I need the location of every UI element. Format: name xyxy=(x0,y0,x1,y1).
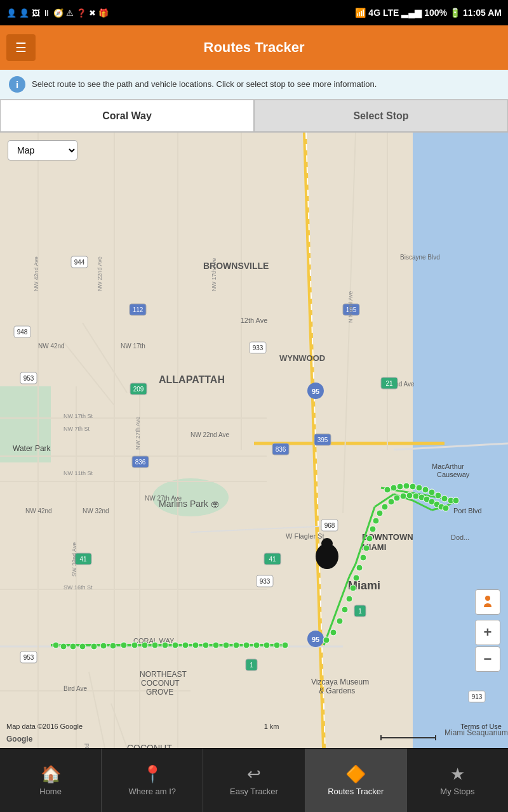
info-text: Select route to see the path and vehicle… xyxy=(32,79,377,90)
svg-point-139 xyxy=(121,642,127,648)
svg-point-156 xyxy=(323,637,330,643)
home-icon: 🏠 xyxy=(41,764,61,784)
svg-text:NW 27th Ave: NW 27th Ave xyxy=(135,417,141,450)
svg-point-163 xyxy=(356,565,363,571)
tab-select-stop[interactable]: Select Stop xyxy=(254,100,508,132)
status-bar: 👤 👤 🖼 ⏸ 🧭 ⚠ ❓ ✖ 🎁 📶 4G LTE ▂▄▆ 100% 🔋 11… xyxy=(0,0,508,25)
svg-point-185 xyxy=(403,483,410,489)
svg-text:MacArthur: MacArthur xyxy=(432,462,464,470)
svg-text:NW 42nd Ave: NW 42nd Ave xyxy=(33,256,39,291)
svg-point-184 xyxy=(397,483,403,490)
map-attribution: Map data ©2016 Google 1 km Terms of Use xyxy=(0,723,508,730)
zoom-in-button[interactable]: + xyxy=(475,620,500,645)
map-type-select[interactable]: Map Satellite Terrain xyxy=(8,140,77,160)
svg-text:41: 41 xyxy=(269,556,276,563)
svg-point-168 xyxy=(373,518,379,524)
person-icon: 👤 xyxy=(6,8,17,18)
svg-text:COCONUT: COCONUT xyxy=(127,743,172,748)
street-view-button[interactable] xyxy=(475,589,500,615)
svg-text:395: 395 xyxy=(318,436,328,443)
svg-text:& Gardens: & Gardens xyxy=(319,686,355,695)
svg-point-135 xyxy=(79,643,86,650)
svg-point-166 xyxy=(366,535,373,542)
svg-text:Dod...: Dod... xyxy=(451,534,469,541)
map-type-wrapper[interactable]: Map Satellite Terrain xyxy=(8,140,77,160)
svg-point-173 xyxy=(400,493,406,499)
hamburger-icon: ☰ xyxy=(15,40,27,55)
svg-point-132 xyxy=(53,642,59,648)
map-svg: 12th Ave NW 17th NW 42nd NW 22nd Ave W F… xyxy=(0,133,508,748)
top-bar: ☰ Routes Tracker xyxy=(0,25,508,70)
svg-point-149 xyxy=(223,642,229,648)
nav-label-where: Where am I? xyxy=(129,787,176,796)
svg-point-150 xyxy=(233,642,239,648)
nav-item-home[interactable]: 🏠 Home xyxy=(0,749,102,812)
svg-point-165 xyxy=(363,545,370,551)
svg-point-189 xyxy=(429,489,435,495)
svg-text:953: 953 xyxy=(23,654,34,661)
svg-point-182 xyxy=(384,487,391,493)
svg-text:953: 953 xyxy=(23,375,34,382)
svg-point-195 xyxy=(321,538,333,549)
svg-text:933: 933 xyxy=(253,344,264,351)
svg-point-157 xyxy=(330,629,337,636)
svg-point-133 xyxy=(60,643,67,650)
status-right: 📶 4G LTE ▂▄▆ 100% 🔋 11:05 AM xyxy=(355,8,502,18)
nav-item-easy-tracker[interactable]: ↩ Easy Tracker xyxy=(203,749,305,812)
svg-point-143 xyxy=(162,642,168,648)
nav-item-where-am-i[interactable]: 📍 Where am I? xyxy=(102,749,203,812)
svg-point-148 xyxy=(213,642,219,648)
map-container[interactable]: 12th Ave NW 17th NW 42nd NW 22nd Ave W F… xyxy=(0,133,508,748)
svg-text:NW 17th: NW 17th xyxy=(121,343,145,350)
svg-point-171 xyxy=(388,499,394,505)
svg-text:95: 95 xyxy=(312,636,319,643)
svg-point-134 xyxy=(70,643,76,650)
svg-point-154 xyxy=(274,642,280,648)
svg-point-141 xyxy=(142,642,148,648)
svg-point-152 xyxy=(253,642,260,648)
svg-point-145 xyxy=(182,642,189,648)
info-bar: i Select route to see the path and vehic… xyxy=(0,70,508,100)
svg-text:Douglas Rd: Douglas Rd xyxy=(84,743,90,748)
svg-point-175 xyxy=(413,493,419,499)
svg-text:NW 22nd Ave: NW 22nd Ave xyxy=(190,431,229,438)
svg-text:SW 16th St: SW 16th St xyxy=(64,584,93,591)
routes-icon: 🔶 xyxy=(345,764,366,784)
app-title: Routes Tracker xyxy=(204,39,305,56)
question-icon: ❓ xyxy=(76,8,86,18)
svg-point-191 xyxy=(441,495,448,502)
svg-text:ALLAPATTAH: ALLAPATTAH xyxy=(159,374,225,385)
svg-point-151 xyxy=(243,642,250,648)
terms-link[interactable]: Terms of Use xyxy=(460,723,502,730)
image-icon: 🖼 xyxy=(32,8,40,18)
svg-point-137 xyxy=(100,643,107,649)
svg-text:NW 17th Ave: NW 17th Ave xyxy=(211,258,217,291)
svg-text:836: 836 xyxy=(276,446,286,453)
svg-text:Bird Ave: Bird Ave xyxy=(64,685,87,692)
battery-icon: 🔋 xyxy=(450,8,460,18)
svg-point-155 xyxy=(282,642,288,648)
svg-point-159 xyxy=(342,606,348,613)
svg-text:Marlins Park 🏟: Marlins Park 🏟 xyxy=(159,499,220,509)
battery-label: 100% xyxy=(424,8,447,18)
tab-coral-way[interactable]: Coral Way xyxy=(0,100,254,132)
svg-point-153 xyxy=(264,642,270,648)
svg-text:NORTHEAST: NORTHEAST xyxy=(140,670,187,679)
svg-text:948: 948 xyxy=(17,329,28,336)
svg-point-187 xyxy=(416,485,422,491)
svg-text:944: 944 xyxy=(74,259,85,266)
zoom-out-button[interactable]: − xyxy=(475,646,500,672)
nav-item-routes-tracker[interactable]: 🔶 Routes Tracker xyxy=(305,749,407,812)
menu-button[interactable]: ☰ xyxy=(6,34,36,61)
refresh-icon: ↩ xyxy=(247,764,261,784)
svg-point-161 xyxy=(350,585,356,591)
svg-text:GROVE: GROVE xyxy=(146,688,173,697)
svg-point-167 xyxy=(370,526,376,532)
svg-text:12th Ave: 12th Ave xyxy=(241,317,268,324)
gift-icon: 🎁 xyxy=(98,8,109,18)
svg-point-147 xyxy=(203,642,209,648)
person-icon xyxy=(480,594,495,610)
nav-item-my-stops[interactable]: ★ My Stops xyxy=(407,749,508,812)
svg-text:NW 32nd: NW 32nd xyxy=(83,508,109,514)
nav-label-home: Home xyxy=(39,787,62,796)
